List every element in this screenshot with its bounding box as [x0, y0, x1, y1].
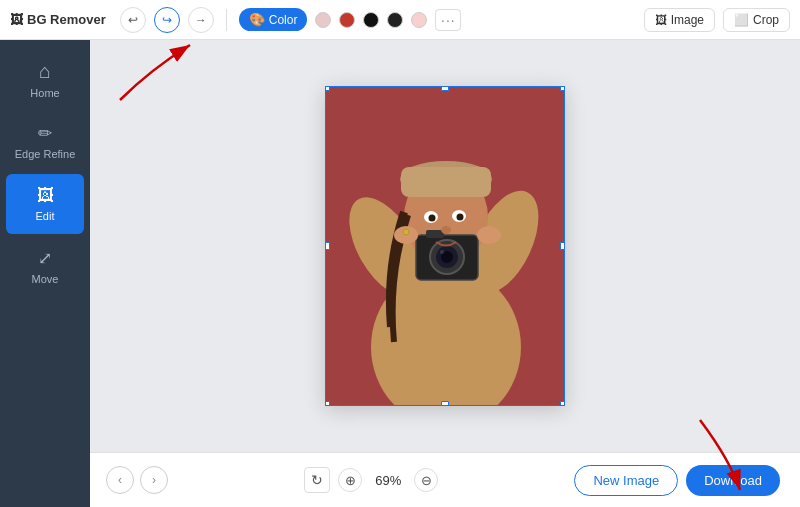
handle-bl[interactable]: [325, 401, 330, 406]
sidebar-item-edge-label: Edge Refine: [15, 148, 76, 160]
sidebar: ⌂ Home ✏ Edge Refine 🖼 Edit ⤢ Move: [0, 40, 90, 507]
color-button[interactable]: 🎨 Color: [239, 8, 308, 31]
color-icon: 🎨: [249, 12, 265, 27]
handle-mr[interactable]: [560, 242, 565, 250]
zoom-out-button[interactable]: ⊖: [414, 468, 438, 492]
handle-bm[interactable]: [441, 401, 449, 406]
zoom-in-button[interactable]: ⊕: [338, 468, 362, 492]
redo-button[interactable]: ↪: [154, 7, 180, 33]
next-icon: ›: [152, 473, 156, 487]
svg-point-19: [441, 226, 451, 234]
canvas-area: ‹ › ↻ ⊕ 69% ⊖ New Image: [90, 40, 800, 507]
svg-point-17: [429, 215, 436, 222]
undo-button[interactable]: ↩: [120, 7, 146, 33]
svg-rect-6: [401, 167, 491, 197]
bottom-nav: ‹ ›: [106, 466, 168, 494]
zoom-in-icon: ⊕: [345, 473, 356, 488]
rotate-button[interactable]: ↻: [304, 467, 330, 493]
image-frame: [325, 86, 565, 406]
more-button[interactable]: ···: [435, 9, 461, 31]
bottom-bar: ‹ › ↻ ⊕ 69% ⊖ New Image: [90, 452, 800, 507]
sidebar-item-home[interactable]: ⌂ Home: [0, 48, 90, 111]
edge-refine-icon: ✏: [38, 123, 52, 144]
sidebar-item-home-label: Home: [30, 87, 59, 99]
handle-ml[interactable]: [325, 242, 330, 250]
new-image-button[interactable]: New Image: [574, 465, 678, 496]
image-tool-label: Image: [671, 13, 704, 27]
edit-icon: 🖼: [37, 186, 54, 206]
swatch-3[interactable]: [363, 12, 379, 28]
main-layout: ⌂ Home ✏ Edge Refine 🖼 Edit ⤢ Move: [0, 40, 800, 507]
canvas-main[interactable]: [90, 40, 800, 452]
svg-point-14: [477, 226, 501, 244]
swatch-5[interactable]: [411, 12, 427, 28]
sidebar-item-move-label: Move: [32, 273, 59, 285]
move-icon: ⤢: [38, 248, 52, 269]
more-icon: ···: [441, 12, 456, 28]
sidebar-item-edit-label: Edit: [36, 210, 55, 222]
bottom-actions: New Image Download: [574, 465, 780, 496]
topbar-right: 🖼 Image ⬜ Crop: [644, 8, 790, 32]
brand-name: BG Remover: [27, 12, 106, 27]
rotate-icon: ↻: [311, 472, 323, 488]
zoom-controls: ↻ ⊕ 69% ⊖: [178, 467, 564, 493]
crop-tool-button[interactable]: ⬜ Crop: [723, 8, 790, 32]
person-image: [326, 87, 565, 406]
next-button[interactable]: ›: [140, 466, 168, 494]
handle-br[interactable]: [560, 401, 565, 406]
swatch-2[interactable]: [339, 12, 355, 28]
image-tool-button[interactable]: 🖼 Image: [644, 8, 715, 32]
svg-point-11: [440, 250, 444, 254]
svg-point-20: [403, 229, 409, 235]
topbar: 🖼 BG Remover ↩ ↪ → 🎨 Color ··· 🖼 Image ⬜…: [0, 0, 800, 40]
sidebar-item-edit[interactable]: 🖼 Edit: [6, 174, 84, 234]
forward-button[interactable]: →: [188, 7, 214, 33]
brand: 🖼 BG Remover: [10, 12, 106, 27]
sidebar-item-edge-refine[interactable]: ✏ Edge Refine: [0, 111, 90, 172]
swatch-1[interactable]: [315, 12, 331, 28]
svg-point-18: [457, 214, 464, 221]
prev-icon: ‹: [118, 473, 122, 487]
divider: [226, 9, 227, 31]
crop-tool-label: Crop: [753, 13, 779, 27]
zoom-out-icon: ⊖: [421, 473, 432, 488]
sidebar-item-move[interactable]: ⤢ Move: [0, 236, 90, 297]
brand-icon: 🖼: [10, 12, 23, 27]
crop-icon: ⬜: [734, 13, 749, 27]
handle-tl[interactable]: [325, 86, 330, 91]
handle-tm[interactable]: [441, 86, 449, 91]
download-button[interactable]: Download: [686, 465, 780, 496]
swatch-4[interactable]: [387, 12, 403, 28]
prev-button[interactable]: ‹: [106, 466, 134, 494]
home-icon: ⌂: [39, 60, 51, 83]
image-tool-icon: 🖼: [655, 13, 667, 27]
handle-tr[interactable]: [560, 86, 565, 91]
color-button-label: Color: [269, 13, 298, 27]
zoom-value: 69%: [370, 473, 406, 488]
